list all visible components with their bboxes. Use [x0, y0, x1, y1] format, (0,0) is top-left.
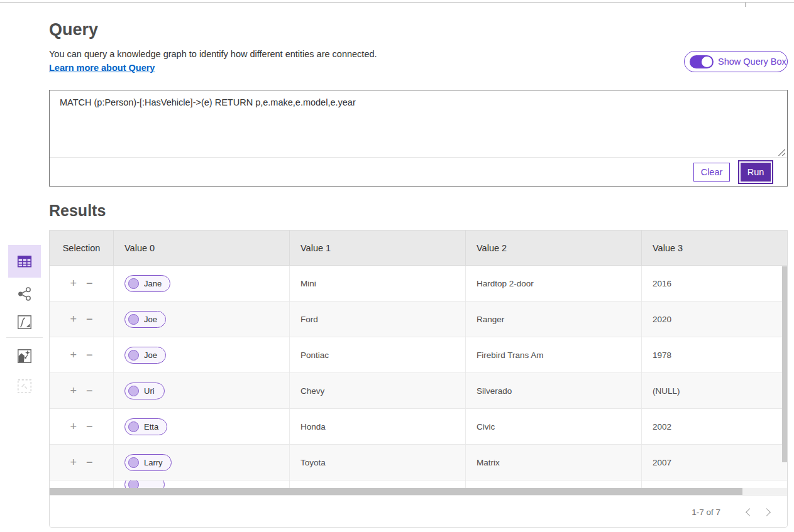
remove-from-selection-button[interactable]: −: [86, 457, 93, 468]
entity-chip[interactable]: Larry: [124, 454, 172, 471]
vertical-scrollbar[interactable]: [782, 266, 787, 488]
column-header-value0: Value 0: [114, 231, 290, 265]
entity-chip[interactable]: Uri: [124, 383, 165, 399]
toggle-switch-icon[interactable]: [690, 55, 714, 68]
value-cell: 2020: [642, 301, 787, 337]
value-cell: Civic: [466, 409, 642, 444]
entity-cell: [114, 480, 290, 488]
remove-from-selection-button[interactable]: −: [86, 385, 93, 396]
selection-cell: [50, 480, 114, 488]
map-view-button[interactable]: [8, 306, 41, 339]
run-button[interactable]: Run: [741, 163, 771, 182]
value-cell: (NULL): [642, 373, 787, 408]
selection-cell: + −: [50, 409, 114, 444]
new-map-view-button: [8, 370, 41, 403]
table-header-row: Selection Value 0 Value 1 Value 2 Value …: [50, 231, 787, 266]
remove-from-selection-button[interactable]: −: [86, 349, 93, 361]
entity-chip[interactable]: Etta: [124, 418, 167, 435]
table-view-button[interactable]: [8, 245, 41, 278]
column-header-value1: Value 1: [290, 231, 466, 265]
entity-cell: Joe: [114, 301, 290, 337]
clear-button[interactable]: Clear: [693, 163, 730, 182]
show-query-box-toggle[interactable]: Show Query Box: [684, 51, 788, 72]
table-row-partial: [50, 480, 787, 488]
entity-cell: Joe: [114, 337, 290, 372]
horizontal-scrollbar[interactable]: [50, 488, 787, 495]
value-cell: [466, 480, 642, 488]
add-to-selection-button[interactable]: +: [70, 313, 77, 325]
value-cell: Pontiac: [290, 337, 466, 372]
toggle-label: Show Query Box: [718, 57, 786, 67]
add-to-selection-button[interactable]: +: [70, 457, 77, 468]
map-view-icon: [16, 313, 33, 331]
table-row: + − Jane Mini Hardtop 2-door 2016: [50, 266, 787, 301]
new-map-view-icon: [16, 377, 33, 395]
query-input[interactable]: [50, 90, 787, 157]
remove-from-selection-button[interactable]: −: [86, 313, 93, 325]
query-box: Clear Run: [49, 90, 788, 187]
value-cell: [290, 480, 466, 488]
query-page: Query You can query a knowledge graph to…: [0, 0, 794, 532]
entity-chip[interactable]: Jane: [124, 275, 170, 292]
table-view-icon: [16, 252, 33, 270]
column-header-value2: Value 2: [466, 231, 642, 265]
toggle-knob: [702, 57, 712, 67]
entity-dot-icon: [128, 278, 139, 289]
entity-chip[interactable]: Joe: [124, 347, 166, 364]
entity-name: Uri: [144, 386, 155, 396]
table-row: + − Uri Chevy Silverado (NULL): [50, 373, 787, 409]
entity-dot-icon: [128, 421, 139, 432]
entity-cell: Jane: [114, 266, 290, 301]
table-row: + − Larry Toyota Matrix 2007: [50, 445, 787, 480]
value-cell: 2007: [642, 445, 787, 480]
entity-dot-icon: [128, 386, 139, 396]
remove-from-selection-button[interactable]: −: [86, 278, 93, 289]
next-page-button[interactable]: [758, 502, 777, 521]
value-cell: Honda: [290, 409, 466, 444]
entity-name: Etta: [144, 422, 158, 432]
value-cell: Firebird Trans Am: [466, 337, 642, 372]
table-pagination: 1-7 of 7: [50, 495, 787, 528]
value-cell: Ford: [290, 301, 466, 337]
link-chart-view-icon: [16, 285, 33, 303]
column-header-value3: Value 3: [642, 231, 787, 265]
sidebar-divider: [6, 337, 43, 338]
previous-page-button[interactable]: [739, 502, 758, 521]
table-row: + − Joe Ford Ranger 2020: [50, 301, 787, 337]
remove-from-selection-button[interactable]: −: [86, 421, 93, 432]
entity-cell: Uri: [114, 373, 290, 408]
new-link-chart-view-button[interactable]: [8, 340, 41, 372]
entity-chip[interactable]: Joe: [124, 311, 166, 328]
entity-name: Larry: [144, 458, 163, 467]
value-cell: 1978: [642, 337, 787, 372]
entity-name: Jane: [144, 279, 162, 288]
selection-cell: + −: [50, 445, 114, 480]
top-divider: [0, 2, 794, 3]
entity-cell: Larry: [114, 445, 290, 480]
value-cell: Ranger: [466, 301, 642, 337]
entity-dot-icon: [128, 350, 139, 361]
vertical-scrollbar-thumb[interactable]: [782, 266, 787, 462]
value-cell: Toyota: [290, 445, 466, 480]
chevron-right-icon: [763, 508, 771, 516]
entity-name: Joe: [144, 350, 157, 360]
table-row: + − Joe Pontiac Firebird Trans Am 1978: [50, 337, 787, 373]
add-to-selection-button[interactable]: +: [70, 421, 77, 432]
value-cell: 2002: [642, 409, 787, 444]
horizontal-scrollbar-thumb[interactable]: [50, 488, 742, 495]
entity-name: Joe: [144, 315, 157, 324]
pagination-range-label: 1-7 of 7: [692, 508, 720, 517]
learn-more-link[interactable]: Learn more about Query: [49, 63, 155, 73]
value-cell: Mini: [290, 266, 466, 301]
value-cell: Hardtop 2-door: [466, 266, 642, 301]
add-to-selection-button[interactable]: +: [70, 278, 77, 289]
add-to-selection-button[interactable]: +: [70, 349, 77, 361]
entity-dot-icon: [128, 457, 139, 468]
page-title: Query: [49, 20, 98, 40]
selection-cell: + −: [50, 266, 114, 301]
selection-cell: + −: [50, 301, 114, 337]
add-to-selection-button[interactable]: +: [70, 385, 77, 396]
view-switcher-sidebar: [8, 245, 41, 403]
entity-chip[interactable]: [124, 480, 165, 488]
query-actions: Clear Run: [50, 158, 787, 186]
